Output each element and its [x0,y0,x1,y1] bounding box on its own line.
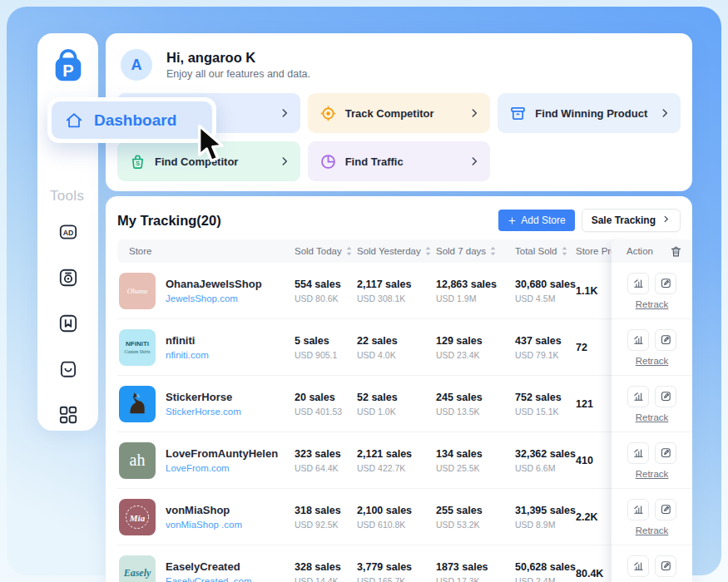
greeting-subtitle: Enjoy all our features and data. [166,68,310,80]
sort-icon[interactable] [561,246,568,256]
feature-track-competitor[interactable]: Track Competitor [308,93,491,133]
sold-yesterday-cell: 2,117 salesUSD 308.1K [357,279,436,303]
store-logo: NFiNiTiCustom Shirts [119,329,156,366]
feature-find-traffic[interactable]: Find Traffic [308,141,491,181]
chevron-right-icon [468,107,480,119]
app-logo-icon: P [49,47,87,86]
sold-today-cell: 554 salesUSD 80.6K [295,279,357,303]
edit-button[interactable] [655,442,676,464]
col-header-label: Sold 7 days [436,246,486,256]
retrack-link[interactable]: Retrack [636,356,669,366]
store-name: EaselyCreated [166,560,252,573]
analytics-button[interactable] [627,442,649,464]
col-header-sold-7-days[interactable]: Sold 7 days [436,246,515,256]
edit-button[interactable] [655,555,676,577]
retrack-link[interactable]: Retrack [636,525,669,535]
target-icon [319,105,337,122]
sold-today-cell: 20 salesUSD 401.53 [295,392,357,417]
sidebar-item-dashboard[interactable]: Dashboard [47,97,216,143]
analytics-button[interactable] [627,499,649,520]
edit-button[interactable] [655,329,676,351]
col-header-label: Store [129,246,152,256]
col-header-label: Sold Yesterday [357,246,421,256]
my-tracking-card: My Tracking(20) Add Store Sale Tracking … [106,196,692,582]
sold-7-days-cell: 12,863 salesUSD 1.9M [436,279,515,303]
feature-find-winning-product[interactable]: Find Winning Product [498,93,681,133]
store-domain-link[interactable]: vonMiaShop .com [166,520,242,530]
greeting-title: Hi, angaroo K [166,50,310,66]
shop-bag-icon[interactable] [57,358,79,380]
col-header-sold-today[interactable]: Sold Today [295,246,357,256]
retrack-link[interactable]: Retrack [636,412,669,422]
table-row: MiavonMiaShopvonMiaShop .com318 salesUSD… [117,489,681,545]
action-cell: Retrack [612,376,692,432]
store-name: nfiniti [166,334,209,347]
col-header-label: Sold Today [295,246,342,256]
add-store-label: Add Store [521,215,565,226]
feature-label: Track Competitor [345,107,469,120]
col-header-label: Total Sold [515,246,557,256]
box-icon [509,105,527,122]
edit-button[interactable] [655,273,676,294]
feature-label: Find Traffic [345,155,469,168]
store-cell: ahLoveFromAuntyHelenLoveFrom.com [117,442,295,479]
bookmark-box-icon[interactable] [57,313,79,334]
store-name: vonMiaShop [166,504,242,516]
app-logo[interactable]: P [37,47,98,86]
sort-icon[interactable] [424,246,432,256]
retrack-link[interactable]: Retrack [636,469,669,479]
col-header-total-sold[interactable]: Total Sold [515,246,576,256]
store-name: LoveFromAuntyHelen [166,447,278,460]
store-name: StickerHorse [166,391,241,403]
col-header-sold-yesterday[interactable]: Sold Yesterday [357,246,436,256]
store-domain-link[interactable]: nfiniti.com [166,350,209,360]
chevron-right-icon [279,107,290,119]
ad-box-icon[interactable]: AD [57,221,79,243]
store-domain-link[interactable]: JewelsShop.com [166,293,262,303]
store-cell: OhanaOhanaJewelsShopJewelsShop.com [117,273,295,309]
retrack-link[interactable]: Retrack [636,299,669,309]
store-logo: Mia [119,499,156,535]
cursor-icon [194,124,232,165]
product-research-icon[interactable] [57,267,79,289]
store-cell: EaselyEaselyCreatedEaselyCreated .com [117,555,295,582]
sale-tracking-button[interactable]: Sale Tracking [582,209,681,232]
table-row: ahLoveFromAuntyHelenLoveFrom.com323 sale… [117,432,681,489]
plus-icon [508,216,517,225]
action-cell: Retrack [612,319,692,376]
sort-icon[interactable] [345,246,353,256]
sold-7-days-cell: 245 salesUSD 13.5K [436,392,515,417]
edit-button[interactable] [655,386,676,407]
svg-text:S: S [136,160,140,165]
total-sold-cell: 30,680 salesUSD 4.5M [515,279,576,303]
sort-icon[interactable] [489,246,497,256]
chevron-right-icon [659,107,671,119]
add-store-button[interactable]: Add Store [498,210,574,231]
store-logo: Ohana [119,273,156,309]
analytics-button[interactable] [627,386,649,407]
sold-today-cell: 323 salesUSD 64.4K [295,448,357,473]
pie-icon [319,153,337,170]
action-cell: Retrack [612,263,692,319]
action-column: Action RetrackRetrackRetrackRetrackRetra… [612,239,692,582]
home-icon [65,111,83,130]
store-domain-link[interactable]: EaselyCreated .com [166,576,252,582]
store-domain-link[interactable]: StickerHorse.com [166,407,241,417]
bag-s-icon: S [129,153,146,170]
dashboard-grid-icon[interactable] [57,404,79,426]
sold-7-days-cell: 129 salesUSD 23.4K [436,335,515,360]
svg-text:Mia: Mia [129,512,146,522]
analytics-button[interactable] [627,555,649,577]
dashboard-label: Dashboard [94,111,176,130]
sold-today-cell: 328 salesUSD 14.4K [295,561,357,582]
store-domain-link[interactable]: LoveFrom.com [166,463,278,473]
store-logo [119,386,156,422]
sold-yesterday-cell: 22 salesUSD 4.0K [357,335,436,360]
feature-label: Find Winning Product [535,107,659,120]
trash-icon[interactable] [670,245,682,258]
analytics-button[interactable] [627,329,649,351]
store-cell: StickerHorseStickerHorse.com [117,386,295,422]
avatar: A [121,49,152,81]
edit-button[interactable] [655,499,676,520]
analytics-button[interactable] [627,273,649,294]
